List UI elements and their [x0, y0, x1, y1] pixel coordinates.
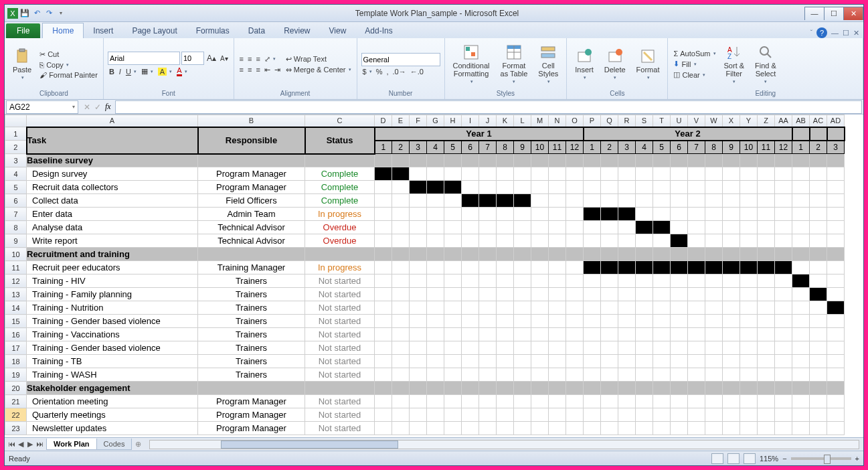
gantt-cell[interactable] — [531, 341, 549, 355]
gantt-cell[interactable] — [792, 288, 810, 301]
gantt-cell[interactable] — [671, 328, 688, 341]
gantt-cell[interactable] — [514, 221, 531, 234]
decrease-indent-icon[interactable]: ⇤ — [263, 65, 272, 75]
gantt-cell[interactable] — [810, 288, 827, 301]
gantt-cell[interactable] — [827, 234, 845, 248]
gantt-cell[interactable] — [705, 221, 723, 234]
gantt-cell[interactable] — [479, 395, 497, 408]
gantt-cell[interactable] — [618, 234, 636, 248]
gantt-cell[interactable] — [688, 234, 705, 248]
gantt-cell[interactable] — [740, 208, 758, 221]
gantt-cell[interactable] — [827, 368, 845, 382]
gantt-cell[interactable] — [653, 395, 671, 408]
gantt-cell[interactable] — [827, 422, 845, 435]
gantt-cell[interactable] — [531, 275, 549, 288]
gantt-cell[interactable] — [775, 167, 792, 181]
tab-review[interactable]: Review — [274, 23, 319, 38]
gantt-cell[interactable] — [531, 408, 549, 422]
copy-button[interactable]: ⎘Copy▾ — [38, 60, 99, 70]
cell[interactable] — [775, 382, 792, 395]
gantt-cell[interactable] — [375, 368, 392, 382]
gantt-cell[interactable] — [462, 167, 479, 181]
cell[interactable] — [740, 248, 758, 261]
gantt-cell[interactable] — [618, 368, 636, 382]
header-month[interactable]: 3 — [410, 141, 427, 154]
gantt-cell[interactable] — [392, 422, 410, 435]
gantt-cell[interactable] — [479, 261, 497, 275]
align-bottom-icon[interactable]: ≡ — [254, 54, 261, 64]
section-header-cell[interactable]: Stakeholder engagement — [27, 382, 198, 395]
page-break-view-icon[interactable] — [744, 453, 756, 464]
gantt-cell[interactable] — [497, 167, 514, 181]
cell[interactable] — [705, 382, 723, 395]
gantt-cell[interactable] — [653, 422, 671, 435]
header-year1[interactable]: Year 1 — [375, 127, 584, 141]
gantt-cell[interactable] — [566, 328, 584, 341]
cell[interactable] — [618, 154, 636, 167]
gantt-cell[interactable] — [410, 408, 427, 422]
gantt-cell[interactable] — [653, 301, 671, 315]
gantt-cell[interactable] — [410, 341, 427, 355]
gantt-cell[interactable] — [810, 395, 827, 408]
header-month[interactable]: 9 — [723, 141, 740, 154]
gantt-cell[interactable] — [723, 275, 740, 288]
gantt-cell[interactable] — [584, 261, 601, 275]
gantt-cell[interactable] — [375, 221, 392, 234]
sheet-nav-prev-icon[interactable]: ◀ — [17, 440, 25, 449]
header-month[interactable]: 12 — [566, 141, 584, 154]
row-header[interactable]: 6 — [5, 194, 27, 208]
gantt-cell[interactable] — [723, 221, 740, 234]
gantt-cell[interactable] — [392, 181, 410, 194]
gantt-cell[interactable] — [427, 167, 444, 181]
gantt-cell[interactable] — [444, 194, 462, 208]
cell[interactable] — [688, 382, 705, 395]
gantt-cell[interactable] — [462, 422, 479, 435]
gantt-cell[interactable] — [705, 181, 723, 194]
gantt-cell[interactable] — [531, 221, 549, 234]
gantt-cell[interactable] — [392, 167, 410, 181]
gantt-cell[interactable] — [410, 368, 427, 382]
gantt-cell[interactable] — [549, 395, 566, 408]
gantt-cell[interactable] — [671, 368, 688, 382]
gantt-cell[interactable] — [723, 194, 740, 208]
gantt-cell[interactable] — [653, 355, 671, 368]
cell[interactable] — [305, 248, 375, 261]
cell[interactable] — [198, 248, 305, 261]
gantt-cell[interactable] — [792, 328, 810, 341]
status-cell[interactable]: Not started — [305, 355, 375, 368]
gantt-cell[interactable] — [584, 341, 601, 355]
cell[interactable] — [549, 248, 566, 261]
cell[interactable] — [671, 248, 688, 261]
gantt-cell[interactable] — [375, 288, 392, 301]
gantt-cell[interactable] — [810, 341, 827, 355]
format-cells-button[interactable]: Format▾ — [632, 47, 664, 82]
gantt-cell[interactable] — [514, 368, 531, 382]
tab-addins[interactable]: Add-Ins — [355, 23, 402, 38]
row-header[interactable]: 1 — [5, 127, 27, 141]
gantt-cell[interactable] — [497, 275, 514, 288]
gantt-cell[interactable] — [462, 328, 479, 341]
gantt-cell[interactable] — [775, 408, 792, 422]
gantt-cell[interactable] — [792, 221, 810, 234]
gantt-cell[interactable] — [705, 167, 723, 181]
cell[interactable] — [792, 248, 810, 261]
file-tab[interactable]: File — [6, 23, 40, 38]
gantt-cell[interactable] — [671, 275, 688, 288]
number-format-select[interactable] — [361, 53, 440, 66]
header-month[interactable]: 5 — [444, 141, 462, 154]
gantt-cell[interactable] — [723, 167, 740, 181]
gantt-cell[interactable] — [497, 315, 514, 328]
gantt-cell[interactable] — [566, 194, 584, 208]
gantt-cell[interactable] — [636, 395, 653, 408]
cell[interactable] — [601, 382, 618, 395]
align-middle-icon[interactable]: ≡ — [246, 54, 253, 64]
column-header[interactable]: T — [653, 115, 671, 127]
task-cell[interactable]: Write report — [27, 234, 198, 248]
task-cell[interactable]: Recruit data collectors — [27, 181, 198, 194]
sheet-tab-codes[interactable]: Codes — [96, 439, 133, 450]
row-header[interactable]: 22 — [5, 408, 27, 422]
gantt-cell[interactable] — [601, 328, 618, 341]
gantt-cell[interactable] — [723, 368, 740, 382]
header-month[interactable]: 1 — [584, 141, 601, 154]
task-cell[interactable]: Quarterly meetings — [27, 408, 198, 422]
